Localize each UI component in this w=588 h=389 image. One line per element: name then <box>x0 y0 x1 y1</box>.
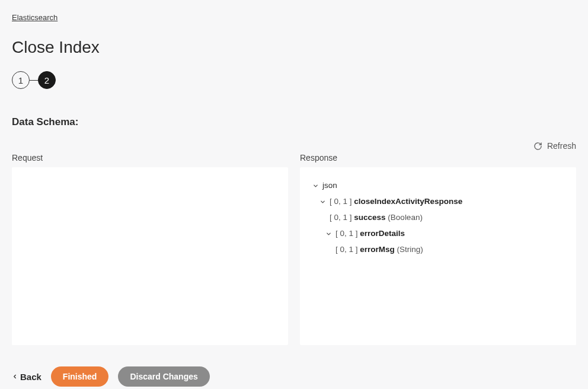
step-connector <box>30 80 38 81</box>
node-type: (String) <box>397 244 423 256</box>
node-cardinality: [ 0, 1 ] <box>330 196 352 208</box>
refresh-label: Refresh <box>547 141 576 151</box>
node-cardinality: [ 0, 1 ] <box>335 244 358 256</box>
refresh-button[interactable]: Refresh <box>12 141 576 151</box>
tree-node-error-details[interactable]: [ 0, 1 ] errorDetails <box>307 226 569 242</box>
chevron-down-icon[interactable] <box>319 198 326 205</box>
node-name: success <box>354 212 385 224</box>
tree-node-close-index-activity-response[interactable]: [ 0, 1 ] closeIndexActivityResponse <box>307 194 569 210</box>
node-name: errorMsg <box>360 244 395 256</box>
section-title: Data Schema: <box>12 116 576 128</box>
response-label: Response <box>300 153 576 162</box>
node-label: json <box>322 180 337 192</box>
chevron-down-icon[interactable] <box>325 230 332 237</box>
wizard-steps: 1 2 <box>12 71 576 89</box>
tree-node-json[interactable]: json <box>307 178 569 194</box>
discard-changes-button[interactable]: Discard Changes <box>118 366 209 387</box>
request-panel <box>12 167 288 345</box>
chevron-down-icon[interactable] <box>312 182 319 189</box>
footer-actions: Back Finished Discard Changes <box>12 366 576 387</box>
step-2[interactable]: 2 <box>38 71 56 89</box>
breadcrumb-link[interactable]: Elasticsearch <box>12 13 57 22</box>
node-type: (Boolean) <box>388 212 423 224</box>
response-panel: json [ 0, 1 ] closeIndexActivityResponse… <box>300 167 576 345</box>
node-cardinality: [ 0, 1 ] <box>335 228 358 240</box>
tree-node-success[interactable]: [ 0, 1 ] success (Boolean) <box>307 210 569 226</box>
tree-node-error-msg[interactable]: [ 0, 1 ] errorMsg (String) <box>307 242 569 258</box>
node-name: errorDetails <box>360 228 405 240</box>
step-1[interactable]: 1 <box>12 71 30 89</box>
chevron-left-icon <box>12 374 18 380</box>
request-label: Request <box>12 153 288 162</box>
refresh-icon <box>533 142 542 151</box>
finished-button[interactable]: Finished <box>51 366 109 387</box>
back-button[interactable]: Back <box>12 372 41 382</box>
back-label: Back <box>20 372 41 382</box>
page-title: Close Index <box>12 38 576 57</box>
node-name: closeIndexActivityResponse <box>354 196 462 208</box>
node-cardinality: [ 0, 1 ] <box>330 212 352 224</box>
